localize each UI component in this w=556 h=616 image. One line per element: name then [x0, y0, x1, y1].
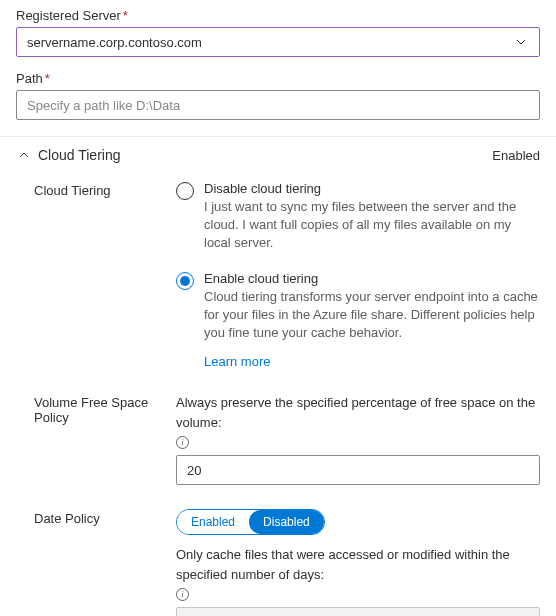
volume-policy-row: Volume Free Space Policy Always preserve…	[16, 393, 540, 485]
enable-tiering-desc: Cloud tiering transforms your server end…	[204, 288, 540, 343]
path-input[interactable]	[16, 90, 540, 120]
chevron-up-icon	[16, 147, 32, 163]
registered-server-label: Registered Server*	[16, 8, 540, 23]
cloud-tiering-section-header[interactable]: Cloud Tiering Enabled	[16, 137, 540, 181]
toggle-enabled-option[interactable]: Enabled	[177, 510, 249, 534]
radio-unchecked-icon[interactable]	[176, 182, 194, 200]
label-text: Path	[16, 71, 43, 86]
date-policy-desc-text: Only cache files that were accessed or m…	[176, 545, 540, 584]
disable-tiering-option[interactable]: Disable cloud tiering I just want to syn…	[176, 181, 540, 253]
volume-policy-desc: Always preserve the specified percentage…	[176, 393, 540, 449]
path-label: Path*	[16, 71, 540, 86]
date-policy-desc: Only cache files that were accessed or m…	[176, 545, 540, 601]
section-status: Enabled	[492, 148, 540, 163]
cloud-tiering-row: Cloud Tiering Disable cloud tiering I ju…	[16, 181, 540, 369]
volume-policy-desc-text: Always preserve the specified percentage…	[176, 393, 540, 432]
date-policy-row: Date Policy Enabled Disabled Only cache …	[16, 509, 540, 616]
info-icon[interactable]: i	[176, 436, 189, 449]
info-icon[interactable]: i	[176, 588, 189, 601]
disable-tiering-title: Disable cloud tiering	[204, 181, 540, 196]
registered-server-field: Registered Server* servername.corp.conto…	[16, 8, 540, 57]
radio-checked-icon[interactable]	[176, 272, 194, 290]
disable-tiering-desc: I just want to sync my files between the…	[204, 198, 540, 253]
required-asterisk: *	[45, 71, 50, 86]
enable-tiering-title: Enable cloud tiering	[204, 271, 540, 286]
date-policy-label: Date Policy	[16, 509, 176, 616]
registered-server-select[interactable]: servername.corp.contoso.com	[16, 27, 540, 57]
volume-policy-label: Volume Free Space Policy	[16, 393, 176, 485]
section-title: Cloud Tiering	[38, 147, 121, 163]
date-policy-input	[176, 607, 540, 616]
toggle-disabled-option[interactable]: Disabled	[249, 510, 324, 534]
cloud-tiering-label: Cloud Tiering	[16, 181, 176, 369]
required-asterisk: *	[123, 8, 128, 23]
registered-server-value: servername.corp.contoso.com	[27, 35, 513, 50]
learn-more-link[interactable]: Learn more	[204, 354, 270, 369]
date-policy-toggle[interactable]: Enabled Disabled	[176, 509, 325, 535]
enable-tiering-option[interactable]: Enable cloud tiering Cloud tiering trans…	[176, 271, 540, 370]
volume-policy-input[interactable]	[176, 455, 540, 485]
path-field: Path*	[16, 71, 540, 120]
chevron-down-icon	[513, 34, 529, 50]
label-text: Registered Server	[16, 8, 121, 23]
